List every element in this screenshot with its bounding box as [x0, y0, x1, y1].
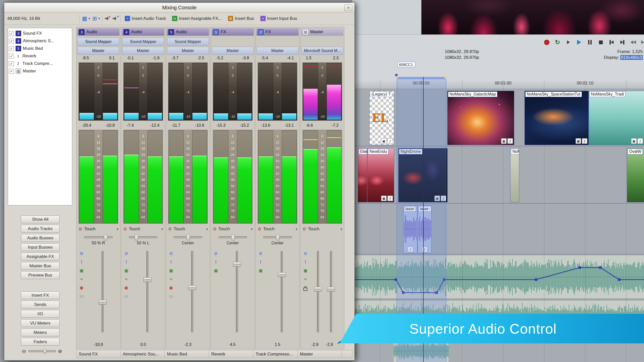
alert-icon[interactable]: !: [305, 260, 306, 264]
fader-track[interactable]: [317, 251, 319, 332]
bypass-icon[interactable]: ⊘: [169, 251, 173, 256]
event-fx-icon[interactable]: ƒ: [637, 138, 643, 144]
play-from-start-button[interactable]: [564, 39, 573, 46]
fader-handle[interactable]: [143, 277, 151, 282]
fader-handle[interactable]: [314, 287, 322, 292]
timeline-clip[interactable]: NoMansSky_Tradi ▣ƒ: [589, 91, 644, 145]
view-filter-button[interactable]: Audio Busses: [21, 234, 60, 242]
view-filter-button[interactable]: Master Bus: [21, 262, 60, 270]
send-target-button[interactable]: Master: [77, 47, 119, 55]
env-icon[interactable]: ≈: [125, 277, 127, 281]
timeline-ruler[interactable]: 00:00:50 00:01:00 00:01:10: [352, 79, 644, 89]
fader-handle[interactable]: [233, 262, 241, 267]
section-toggle-button[interactable]: VU Meters: [21, 319, 60, 327]
envelope-node[interactable]: [599, 266, 601, 269]
automation-mode-select[interactable]: ⚙ Touch ▾: [258, 226, 297, 232]
io-device-button[interactable]: Sound Mapper: [167, 38, 209, 46]
fader-track[interactable]: [330, 251, 332, 332]
pan-slider[interactable]: [84, 236, 113, 238]
pane-view-icon[interactable]: ⊞: [92, 16, 97, 21]
track-list-item[interactable]: ✓1Reverb: [9, 52, 71, 60]
pan-slider-handle[interactable]: [186, 235, 190, 240]
pan-crop-icon[interactable]: ▣: [631, 138, 637, 144]
pan-slider-handle[interactable]: [231, 235, 235, 240]
timeline-clip[interactable]: Glatt: [358, 148, 367, 202]
volume-envelope[interactable]: [352, 255, 644, 299]
bypass-icon[interactable]: ⊘: [125, 251, 128, 256]
view-filter-button[interactable]: Show All: [21, 215, 60, 223]
event-fx-icon[interactable]: ƒ: [507, 138, 513, 144]
strip-icon[interactable]: ▭: [169, 294, 173, 298]
pan-slider-handle[interactable]: [104, 235, 107, 240]
event-fx-icon[interactable]: ƒ: [387, 138, 393, 144]
section-toggle-button[interactable]: I/O: [21, 310, 60, 318]
zoom-out-icon[interactable]: ⊖: [22, 348, 26, 354]
zoom-in-icon[interactable]: ⊕: [58, 348, 62, 354]
bypass-icon[interactable]: ⊘: [259, 251, 262, 256]
track-list-item[interactable]: ✓4Atmospheric S...: [9, 37, 71, 45]
fader-handle[interactable]: [327, 287, 335, 292]
timeline-clip[interactable]: (Legacy) T EL ▣ƒ: [369, 91, 394, 145]
automation-mode-select[interactable]: ⚙ Touch ▾: [78, 226, 118, 232]
automation-mode-select[interactable]: ⚙ Touch ▾: [168, 226, 208, 232]
timeline-clip[interactable]: NoM: [510, 148, 519, 202]
alert-icon[interactable]: !: [215, 260, 217, 264]
chevron-down-icon[interactable]: ▾: [98, 17, 100, 20]
strip-icon[interactable]: ▭: [124, 294, 128, 298]
env-icon[interactable]: ≈: [304, 277, 306, 281]
envelope-node[interactable]: [535, 278, 537, 281]
go-to-start-button[interactable]: [607, 39, 616, 46]
fader-track[interactable]: [146, 251, 148, 332]
env-icon[interactable]: ≈: [80, 277, 83, 281]
plugin-icon[interactable]: ▣: [259, 268, 263, 273]
timeline-clip[interactable]: NoMansSky_SpaceStationTut ▣ƒ: [525, 91, 589, 145]
previous-frame-button[interactable]: [629, 39, 638, 46]
record-button[interactable]: [542, 39, 551, 46]
zoom-control[interactable]: ⊖ ⊕: [22, 348, 62, 354]
alert-icon[interactable]: !: [126, 260, 127, 264]
track-list-item[interactable]: ✓2Track Compre...: [9, 60, 71, 67]
pan-crop-icon[interactable]: ▣: [501, 138, 507, 144]
automation-mode-select[interactable]: ⚙ Touch ▾: [123, 226, 163, 232]
pan-slider[interactable]: [174, 236, 202, 238]
io-device-button[interactable]: Sound Mapper: [122, 38, 164, 46]
track-visible-checkbox[interactable]: ✓: [9, 46, 14, 51]
fader-handle[interactable]: [99, 300, 107, 305]
pause-button[interactable]: [585, 39, 594, 46]
env-icon[interactable]: ≈: [170, 277, 172, 281]
track-list-item[interactable]: ✓5Music Bed: [9, 45, 71, 52]
pan-slider-handle[interactable]: [276, 235, 279, 240]
timeline-clip[interactable]: NoMansSky_GalacticMap ▣ƒ: [447, 91, 514, 145]
section-toggle-button[interactable]: Faders: [21, 338, 60, 346]
bypass-icon[interactable]: ⊘: [304, 251, 307, 256]
send-target-button[interactable]: Master: [122, 47, 164, 55]
send-target-button[interactable]: Master: [257, 47, 298, 55]
track-visible-checkbox[interactable]: ✓: [9, 61, 14, 66]
plugin-icon[interactable]: ▣: [214, 268, 218, 273]
track-visible-checkbox[interactable]: ✓: [9, 31, 14, 36]
pan-crop-icon[interactable]: ▣: [576, 138, 581, 144]
chevron-down-icon[interactable]: ▾: [89, 17, 90, 20]
envelope-node[interactable]: [618, 278, 620, 281]
close-button[interactable]: ×: [344, 5, 352, 11]
pan-slider[interactable]: [129, 236, 157, 238]
zoom-slider-handle[interactable]: [43, 349, 46, 353]
strip-icon[interactable]: ▭: [79, 294, 84, 298]
alert-icon[interactable]: !: [260, 260, 261, 264]
bypass-icon[interactable]: ⊘: [214, 251, 218, 256]
section-toggle-button[interactable]: Insert FX: [21, 291, 60, 299]
alert-icon[interactable]: !: [170, 260, 172, 264]
send-target-button[interactable]: Master: [212, 47, 254, 55]
send-target-button[interactable]: Master: [167, 47, 209, 55]
view-filter-button[interactable]: Audio Tracks: [21, 225, 60, 233]
go-to-end-button[interactable]: [618, 39, 627, 46]
bypass-icon[interactable]: ⊘: [80, 251, 83, 256]
record-icon[interactable]: ◉: [80, 286, 84, 290]
marker-label[interactable]: 608CC1:: [397, 62, 415, 67]
pan-crop-icon[interactable]: ▣: [381, 196, 387, 201]
insert-assignable-fx-button[interactable]: fx Insert Assignable FX...: [170, 15, 224, 22]
plugin-icon[interactable]: ▣: [79, 268, 84, 273]
mute-output-icon[interactable]: [105, 16, 110, 21]
loop-region-bar[interactable]: [397, 77, 446, 79]
track-list[interactable]: ✓3Sound FX✓4Atmospheric S...✓5Music Bed✓…: [8, 28, 72, 205]
